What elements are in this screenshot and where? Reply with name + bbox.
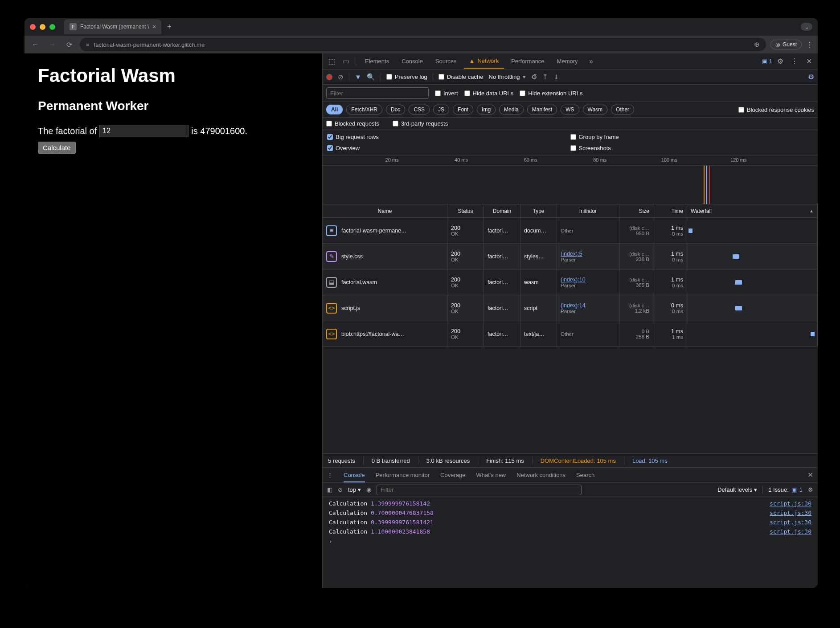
profile-badge[interactable]: ◎ Guest [770,40,802,49]
invert-checkbox[interactable]: Invert [435,90,458,97]
table-row[interactable]: ⬓factorial.wasm 200OK factori… wasm (ind… [323,269,818,295]
tab-elements[interactable]: Elements [360,54,394,68]
network-settings-icon[interactable]: ⚙ [808,73,814,81]
calculate-button[interactable]: Calculate [38,142,76,154]
drawer-tab-search[interactable]: Search [576,472,594,478]
forward-button[interactable]: → [46,41,58,49]
throttling-select[interactable]: No throttling ▾ [489,73,526,80]
col-size[interactable]: Size [619,204,653,217]
browser-tab[interactable]: F Factorial Wasm (permanent \ × [64,19,161,34]
chip-font[interactable]: Font [453,105,473,114]
blocked-requests-checkbox[interactable]: Blocked requests [326,120,379,127]
hide-data-urls-checkbox[interactable]: Hide data URLs [464,90,514,97]
chip-doc[interactable]: Doc [386,105,405,114]
window-close-icon[interactable] [30,24,36,30]
network-conditions-icon[interactable]: ⚙̃ [531,73,537,81]
drawer-tab-netcond[interactable]: Network conditions [516,472,565,478]
export-har-icon[interactable]: ⤓ [553,73,559,81]
settings-icon[interactable]: ⚙ [774,57,787,65]
sidebar-toggle-icon[interactable]: ◧ [327,486,332,493]
filter-toggle-icon[interactable]: ▼ [355,73,361,81]
hide-extension-urls-checkbox[interactable]: Hide extension URLs [520,90,582,97]
tab-close-icon[interactable]: × [152,23,156,30]
console-issues-badge[interactable]: 1 Issue: ▣ 1 [768,486,803,493]
browser-menu-icon[interactable]: ⋮ [806,41,813,49]
factorial-suffix: is 479001600. [191,126,247,136]
col-initiator[interactable]: Initiator [557,204,619,217]
group-frame-checkbox[interactable]: Group by frame [570,134,814,140]
network-filter-input[interactable] [326,87,429,99]
source-link[interactable]: script.js:30 [770,519,811,526]
preserve-log-checkbox[interactable]: Preserve log [386,73,427,80]
chip-wasm[interactable]: Wasm [583,105,608,114]
log-levels-select[interactable]: Default levels ▾ [717,486,757,493]
address-bar[interactable]: ≡ factorial-wasm-permanent-worker.glitch… [80,38,766,51]
tab-sources[interactable]: Sources [430,54,462,68]
drawer-tab-perfmon[interactable]: Performance monitor [376,472,430,478]
console-filter-input[interactable] [377,485,582,495]
chip-ws[interactable]: WS [561,105,579,114]
chip-media[interactable]: Media [499,105,524,114]
window-maximize-icon[interactable] [49,24,55,30]
chip-css[interactable]: CSS [409,105,430,114]
drawer-menu-icon[interactable]: ⋮ [327,472,333,478]
col-time[interactable]: Time [653,204,687,217]
blocked-cookies-checkbox[interactable]: Blocked response cookies [738,106,814,113]
back-button[interactable]: ← [29,41,41,49]
device-toggle-icon[interactable]: ▭ [340,57,352,65]
chip-other[interactable]: Other [611,105,634,114]
source-link[interactable]: script.js:30 [770,500,811,507]
live-expression-icon[interactable]: ◉ [366,486,371,493]
import-har-icon[interactable]: ⤒ [542,73,548,81]
overview-checkbox[interactable]: Overview [327,145,570,151]
source-link[interactable]: script.js:30 [770,528,811,535]
chip-fetch-xhr[interactable]: Fetch/XHR [346,105,382,114]
col-status[interactable]: Status [447,204,484,217]
table-row[interactable]: ≡factorial-wasm-permane… 200OK factori… … [323,218,818,244]
console-clear-icon[interactable]: ⊘ [338,486,343,493]
tab-performance[interactable]: Performance [506,54,549,68]
console-settings-icon[interactable]: ⚙ [808,486,813,493]
drawer-tab-coverage[interactable]: Coverage [440,472,465,478]
zoom-icon[interactable]: ⊕ [754,41,760,49]
overview-timeline[interactable]: 20 ms 40 ms 60 ms 80 ms 100 ms 120 ms [323,155,818,204]
tab-memory[interactable]: Memory [552,54,583,68]
issues-badge[interactable]: ▣ 1 [762,58,772,65]
context-select[interactable]: top ▾ [348,486,361,493]
chip-img[interactable]: Img [477,105,496,114]
drawer-tab-whatsnew[interactable]: What's new [476,472,506,478]
inspect-icon[interactable]: ⬚ [325,57,338,65]
drawer-tab-console[interactable]: Console [344,472,365,482]
new-tab-button[interactable]: + [167,22,172,32]
chip-js[interactable]: JS [433,105,449,114]
chip-manifest[interactable]: Manifest [527,105,557,114]
devtools-close-icon[interactable]: ✕ [803,57,815,65]
clear-button[interactable]: ⊘ [338,73,344,81]
table-row[interactable]: <>script.js 200OK factori… script (index… [323,295,818,321]
window-dropdown-icon[interactable]: ⌄ [801,23,812,31]
table-row[interactable]: ✎style.css 200OK factori… styles… (index… [323,244,818,269]
col-waterfall[interactable]: Waterfall▲ [687,204,818,217]
more-tabs-icon[interactable]: » [585,57,598,65]
col-type[interactable]: Type [520,204,557,217]
record-button[interactable] [326,74,332,80]
console-prompt[interactable]: › [323,536,818,546]
chip-all[interactable]: All [326,105,343,114]
devtools-menu-icon[interactable]: ⋮ [788,57,801,65]
source-link[interactable]: script.js:30 [770,510,811,516]
factorial-input[interactable] [99,125,188,137]
disable-cache-checkbox[interactable]: Disable cache [438,73,484,80]
reload-button[interactable]: ⟳ [63,41,75,49]
col-domain[interactable]: Domain [484,204,520,217]
tab-console[interactable]: Console [396,54,428,68]
site-info-icon[interactable]: ≡ [86,41,90,48]
third-party-checkbox[interactable]: 3rd-party requests [393,120,448,127]
table-row[interactable]: <>blob:https://factorial-wa… 200OK facto… [323,321,818,347]
col-name[interactable]: Name [323,204,447,217]
tab-network[interactable]: ▲ Network [464,54,504,69]
drawer-close-icon[interactable]: ✕ [807,471,813,479]
search-icon[interactable]: 🔍 [367,73,375,81]
screenshots-checkbox[interactable]: Screenshots [570,145,814,151]
window-minimize-icon[interactable] [40,24,45,30]
big-rows-checkbox[interactable]: Big request rows [327,134,570,140]
